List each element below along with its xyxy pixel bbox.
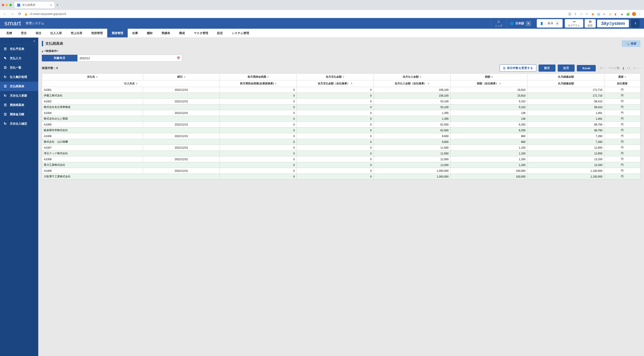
table-row[interactable]: A1001 2022/12/31 0 0 156,100 15,610 171,… — [42, 87, 640, 93]
star-icon[interactable]: ✧ — [586, 12, 589, 16]
new-tab-icon[interactable]: + — [56, 3, 58, 7]
cell-pay-conv: 0 — [297, 128, 374, 133]
topnav-item[interactable]: 発注 — [31, 29, 46, 38]
sidebar-item[interactable]: ↻月次仕入更新 — [0, 91, 38, 100]
change-display-count-button[interactable]: ☰ 表示件数を変更する — [500, 64, 536, 72]
sidebar-item[interactable]: ↻月次仕入確定 — [0, 119, 38, 128]
user-menu[interactable]: 👤 | 鈴木 ▾ — [537, 19, 562, 28]
topnav-item[interactable]: 買掛管理 — [107, 29, 128, 38]
logout-button[interactable]: ↪ ログアウト — [565, 19, 583, 28]
key-icon[interactable]: ⚿ — [568, 12, 572, 16]
th-pay-conv[interactable]: 当月支払金額（自社換算）⇅ — [297, 80, 374, 87]
topnav-item[interactable]: 見積 — [2, 29, 16, 38]
cell-carry: 68,750 — [528, 122, 604, 128]
table-row[interactable]: A1004 2022/12/31 0 0 1,355 136 1,491 円 — [42, 110, 640, 116]
sidebar-collapse-button[interactable]: « — [0, 38, 38, 44]
sidebar-item[interactable]: ✎支払入力 — [0, 54, 38, 63]
minimize-window[interactable] — [6, 4, 8, 6]
topnav-item[interactable]: 受注 — [16, 29, 31, 38]
sidebar-item[interactable]: ☰支払残高表 — [0, 82, 38, 91]
pager-next[interactable]: 次へ › — [633, 66, 640, 70]
th-payee[interactable]: 支払先⇅ — [42, 74, 143, 80]
ext2-icon[interactable]: ▤ — [597, 12, 601, 16]
menu-icon[interactable]: ⋮ — [638, 12, 642, 16]
sidebar-item[interactable]: ↻仕入集計処理 — [0, 72, 38, 82]
excel-button[interactable]: Excel — [577, 65, 596, 72]
table-row[interactable]: 伊藤工株式会社 0 0 156,100 15,610 171,710 円 — [42, 93, 640, 98]
th-tax-conv[interactable]: 税額（自社換算）⇅ — [450, 80, 528, 87]
topnav-item[interactable]: 在庫 — [128, 29, 142, 38]
top-button[interactable]: ⌂ トップ — [491, 18, 506, 29]
search-button[interactable]: 🔍 検索 — [622, 40, 640, 47]
topnav-item[interactable]: 売掛管理 — [87, 29, 107, 38]
url-text[interactable]: r3.smart-skysystem.jp/pu/pu15 — [30, 12, 66, 16]
table-row[interactable]: 板倉製作所株式会社 0 0 62,500 6,250 68,750 円 — [42, 128, 640, 133]
topnav-item[interactable]: 仕入入荷 — [46, 29, 66, 38]
maximize-window[interactable] — [9, 4, 12, 6]
bookmark-icon[interactable]: ☆ — [580, 12, 584, 16]
avatar-icon[interactable] — [632, 12, 636, 16]
browser-tab[interactable]: 支払残高表 × — [14, 2, 54, 8]
cell-prev: 0 — [220, 87, 297, 93]
table-row[interactable]: 大阪電子工業株式会社 0 0 1,000,000 100,000 1,100,0… — [42, 174, 640, 180]
th-supplier[interactable]: 仕入先名⇅ — [42, 80, 220, 87]
topnav-item[interactable]: マスタ管理 — [189, 29, 213, 38]
sidebar-item[interactable]: ☰買掛金元帳 — [0, 110, 38, 119]
pager-prev[interactable]: ‹ 前へ — [598, 66, 606, 70]
th-payment[interactable]: 当月支払金額⇅ — [297, 74, 374, 80]
calendar-icon[interactable]: 📅 — [177, 56, 180, 60]
sidebar-item-label: 買掛残高表 — [10, 103, 24, 107]
ext3-icon[interactable]: ∞ — [603, 12, 607, 16]
ext4-icon[interactable]: ◎ — [609, 12, 612, 16]
target-month-input[interactable] — [78, 55, 182, 62]
topnav-item[interactable]: 設定 — [213, 29, 227, 38]
reload-icon[interactable]: ⟳ — [17, 12, 22, 16]
sidebar-item[interactable]: ☰支払一覧 — [0, 63, 38, 72]
th-purch-conv[interactable]: 当月仕入金額（自社換算）⇅ — [374, 80, 450, 87]
pager-label: ページ数 — [608, 66, 620, 70]
table-row[interactable]: A1008 2022/12/31 0 0 12,000 1,200 13,200… — [42, 156, 640, 162]
puzzle-icon[interactable]: 🧩 — [626, 12, 630, 16]
table-row[interactable]: 株式会社 山口精機 0 0 6,600 660 7,260 円 — [42, 139, 640, 145]
table-row[interactable]: A1009 2022/12/31 0 0 1,000,000 100,000 1… — [42, 168, 640, 174]
topnav-item[interactable]: 構成 — [175, 29, 189, 38]
cell-prev-conv: 0 — [220, 104, 297, 110]
forward-icon[interactable]: → — [10, 12, 15, 16]
next-month-button[interactable]: 次月 — [558, 64, 574, 72]
table-row[interactable]: 埼玉テック株式会社 0 0 11,500 1,150 12,650 円 — [42, 151, 640, 156]
prev-month-button[interactable]: 前月 — [538, 64, 556, 72]
sidebar-item[interactable]: ☰買掛残高表 — [0, 100, 38, 110]
th-closing[interactable]: 締日⇅ — [143, 74, 220, 80]
ext1-icon[interactable]: ◉ — [592, 12, 595, 16]
chevron-up-double-icon: ⇑ — [634, 22, 637, 25]
th-currency[interactable]: 通貨⇅ — [604, 74, 640, 80]
th-prev-balance[interactable]: 前月買掛金残高⇅ — [220, 74, 297, 80]
th-purchase[interactable]: 当月仕入金額⇅ — [374, 74, 450, 80]
settings-button[interactable]: ⚙ 設定 — [584, 19, 596, 28]
topnav-item[interactable]: 棚卸 — [142, 29, 157, 38]
topnav-item[interactable]: 実績表 — [157, 29, 175, 38]
th-tax[interactable]: 税額⇅ — [450, 74, 528, 80]
topnav-item[interactable]: システム管理 — [227, 29, 254, 38]
collapse-header-button[interactable]: ⇑ — [631, 19, 640, 28]
ext5-icon[interactable]: ▮ — [615, 12, 618, 16]
lock-icon[interactable]: 🔒 — [24, 12, 28, 16]
back-icon[interactable]: ← — [2, 12, 8, 16]
table-row[interactable]: A1002 2022/12/31 0 0 53,100 5,310 58,410… — [42, 98, 640, 104]
topnav-item[interactable]: 売上出荷 — [66, 29, 87, 38]
close-window[interactable] — [2, 4, 4, 6]
sidebar-item[interactable]: ☰支払予定表 — [0, 44, 38, 54]
table-row[interactable]: 株式会社名古屋事務器 0 0 53,100 5,310 58,410 円 — [42, 104, 640, 110]
language-selector[interactable]: 🌐 日本語 ▾ — [506, 18, 534, 29]
table-row[interactable]: A1006 2022/12/31 0 0 6,600 660 7,260 円 — [42, 133, 640, 139]
share-icon[interactable]: ⇪ — [574, 12, 578, 16]
search-conditions-toggle[interactable]: ▴ <検索条件> — [42, 49, 640, 53]
table-row[interactable]: 香川工業株式会社 0 0 12,000 1,200 13,200 円 — [42, 162, 640, 168]
ext6-icon[interactable]: ▲ — [620, 12, 624, 16]
th-prev-conv[interactable]: 前月買掛金残高(自通貨換算)⇅ — [220, 80, 297, 87]
table-row[interactable]: A1007 2022/12/31 0 0 11,500 1,150 12,650… — [42, 145, 640, 151]
close-tab-icon[interactable]: × — [50, 3, 52, 7]
table-row[interactable]: A1005 2022/12/31 0 0 62,500 6,250 68,750… — [42, 122, 640, 128]
table-row[interactable]: 株式会社みなと製図 0 0 1,355 136 1,491 円 — [42, 116, 640, 122]
cell-carry: 1,100,000 — [528, 168, 604, 174]
